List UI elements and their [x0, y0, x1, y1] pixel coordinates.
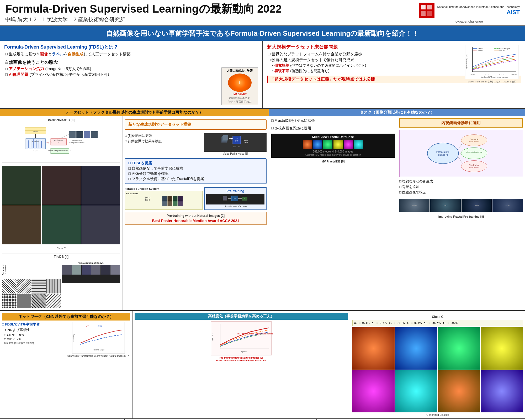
fc-ex-5 [352, 370, 395, 412]
mv-db-subtitle: Automatic 3D model and multi-view image … [273, 154, 393, 156]
svg-text:[c d f]: [c d f] [145, 199, 150, 201]
dataset-banner: データセット（フラクタル幾何以外の生成規則でも事前学習は可能なのか？） [0, 109, 269, 116]
perlin-title: PerlinNoiseDB [3] [2, 118, 120, 122]
high-acc-content: The Formula-driven Supervised Learning T… [135, 321, 348, 361]
ifs-params: Parameters [a b e] [c d f] [125, 191, 203, 210]
conv1-f4 [91, 265, 100, 275]
vit-chart: 10 M 30 M 100 M 300 M Number of JFT pre-… [463, 45, 521, 84]
top-left-section: Formula-Driven Supervised Learning (FDSL… [0, 41, 263, 108]
svg-text:ViT-L/32: ViT-L/32 [499, 50, 505, 51]
svg-rect-1 [421, 5, 426, 9]
dataset-inner-right: 新たな生成規則でデータセット構築 □ [3]を動画に拡張 □ 行動認識で効果を検… [123, 116, 268, 310]
mv-fractal-bullet1: □ FractalDBを3次元に拡張 [271, 118, 395, 123]
svg-text:Top-1 acc.: Top-1 acc. [211, 333, 214, 341]
fractal-sample-3 [81, 166, 120, 205]
network-chart: Training Steps Accuracy ViT CNN Can Visi… [67, 322, 130, 357]
imagenet-label3: 権利関係が不透明 [223, 96, 257, 100]
svg-rect-71 [223, 196, 227, 200]
svg-text:CNN: CNN [233, 198, 236, 199]
mv-fractaldb-label: MV-FractalDB [5] [271, 160, 395, 163]
svg-text:Output: Output [33, 130, 38, 132]
fdsl-r3: □ 画像分類で効果を確認 [128, 171, 263, 176]
mv-img-2 [313, 140, 322, 149]
svg-text:trained AI: trained AI [438, 154, 448, 156]
conv1-viz-box: Visualization of Conv1 [62, 262, 120, 308]
task-inner: □ FractalDBを3次元に拡張 □ 多視点画像認識に適用 Multi-vi… [269, 116, 525, 310]
medical-img-3: med [462, 199, 492, 212]
fractal-sample-2 [42, 166, 81, 205]
ifs-box: Iterated Function System Parameters [a b… [125, 187, 203, 210]
svg-rect-45 [91, 131, 98, 138]
svg-text:Complexity Labels: Complexity Labels [70, 142, 85, 144]
medical-img-2: fract [430, 199, 461, 212]
ifs-formula-box: a₁ = 0.41, c₁ = 0.47, e₁ = -0.86 b₁ = 0.… [352, 320, 523, 326]
award-text: Best Poster Honorable Mention Award ACCV… [126, 219, 264, 223]
svg-point-86 [461, 161, 487, 172]
svg-rect-44 [84, 131, 90, 138]
fc-ex-2 [395, 327, 437, 370]
pretraining-paper-box: Pre-training without Natural Images [2] … [125, 212, 266, 225]
imagenet-label1: 人間の教師あり学習 [223, 69, 257, 73]
mv-fractal-bullet2: □ 多視点画像認識に適用 [271, 126, 395, 131]
vit-bullet1: □ FDSLでViTを事前学習 [2, 322, 65, 327]
fractal-sample-6 [81, 205, 120, 244]
fc-ex-6 [395, 370, 437, 412]
svg-text:Intermediate domain: Intermediate domain [466, 151, 482, 153]
tile-8 [46, 294, 61, 308]
network-middle: 高精度化（事前学習効果を高める工夫） The Formula-driven Su… [132, 311, 350, 418]
svg-text:ResNet50x1(BiT): ResNet50x1(BiT) [499, 48, 511, 50]
svg-point-84 [461, 148, 487, 159]
summary-section: まとめ □ 論文紹介を通してFDSLの動向を確認 今後の展望 □ ImageNe… [0, 419, 125, 420]
svg-rect-42 [69, 131, 76, 138]
svg-text:Parameter: Parameter [54, 139, 63, 141]
top-two-col: Formula-Driven Supervised Learning (FDSL… [0, 41, 525, 109]
svg-text:Noise Sample Generator Gn: Noise Sample Generator Gn [48, 150, 71, 152]
svg-text:ViT: ViT [86, 325, 89, 327]
tile-6 [17, 294, 31, 308]
class-c-detail: Class C a₁ = 0.41, c₁ = 0.47, e₁ = -0.86… [352, 315, 523, 416]
high-acc-banner: 高精度化（事前学習効果を高める工夫） [135, 313, 348, 320]
video-perlin-img-box: 3D CNN Video Label Conv 1 after [204, 133, 267, 155]
task-banner: タスク（画像分類以外にも有効なのか？） [269, 109, 525, 116]
svg-text:(target domain): (target domain) [469, 141, 479, 142]
svg-rect-43 [76, 131, 83, 138]
tile-5 [2, 294, 17, 308]
svg-text:Input: Input [33, 149, 38, 151]
fractal-samples-grid [2, 166, 120, 244]
svg-text:Perlin-Noise: Perlin-Noise [72, 140, 82, 141]
ifs-row: Iterated Function System Parameters [a b… [125, 187, 266, 210]
imagenet-box: 人間の教師あり学習 I IMAGENET 権利関係が不透明 学術・教育目的のみ [221, 67, 258, 105]
tiledb-title: TileDB [4] [2, 254, 120, 259]
svg-text:Label: Label [244, 141, 248, 143]
conv1-f1 [62, 265, 72, 275]
svg-text:Conv 1 after: Conv 1 after [233, 146, 240, 148]
perlin-bullets: □ [3]を動画に拡張 □ 行動認識で効果を検証 [125, 133, 203, 155]
class-c-label: Class C [2, 247, 120, 250]
conv1-label: Visualization of Conv1 [62, 262, 120, 264]
mv-db-stats: 362,000 models 4,344,000 images [273, 150, 393, 153]
svg-text:Top-1 Accuracy [%]: Top-1 Accuracy [%] [465, 55, 468, 69]
svg-text:300 M: 300 M [511, 74, 517, 76]
svg-rect-68 [173, 201, 178, 206]
svg-text:Number of JFT pre-training sam: Number of JFT pre-training samples [481, 76, 508, 78]
tile-1 [2, 279, 17, 293]
header-title-block: Formula-Driven Supervised Learningの最新動向 … [5, 3, 419, 23]
network-content: □ FDSLでViTを事前学習 □ CNNより高相性 □ CNN: -8.9% … [2, 322, 130, 357]
pretraining-box: Pre-training CNN F [204, 187, 267, 210]
3dcnn-svg: 3D CNN Video Label Conv 1 after [221, 135, 250, 150]
tiledb-viz-row: Generated Classes [2, 262, 120, 308]
neural-net-svg: Noise Label Generator Ln Output Network [3, 126, 119, 160]
generated-classes-label2: Generated Classes [352, 413, 523, 416]
svg-text:3D: 3D [236, 138, 238, 140]
fractal-sample-1 [2, 166, 41, 205]
pretraining-label: Pre-training CNN F [204, 187, 267, 210]
vit-score: □ ViT: -1.2% [2, 337, 65, 341]
mv-db-box: Multi-view Fractal DataBase 362,000 mode… [271, 134, 395, 158]
network-section: ネットワーク（CNN以外でも事前学習可能なのか？） □ FDSLでViTを事前学… [0, 311, 525, 419]
middle-section: データセット（フラクタル幾何以外の生成規則でも事前学習は可能なのか？） Perl… [0, 109, 525, 311]
cvpaper-text: cvpaper.challenge [455, 19, 483, 23]
network-left: ネットワーク（CNN以外でも事前学習可能なのか？） □ FDSLでViTを事前学… [0, 311, 132, 418]
imagenet-brand: IMAGENET [223, 93, 257, 96]
fractal-sample-4 [2, 205, 41, 244]
fc-ex-3 [438, 327, 480, 370]
